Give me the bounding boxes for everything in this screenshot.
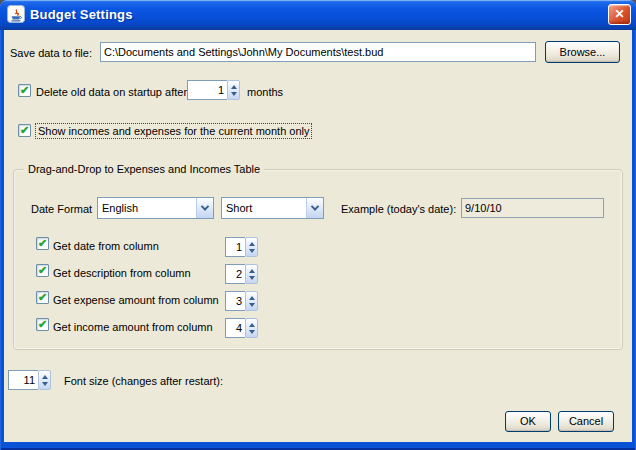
description-column-value[interactable]: 2 [225, 264, 245, 284]
spinner-up-icon[interactable] [42, 375, 48, 379]
check-icon: ✔ [38, 319, 47, 330]
title-bar[interactable]: Budget Settings ✕ [0, 0, 636, 30]
ok-button[interactable]: OK [505, 411, 551, 432]
date-length-select[interactable]: Short [221, 197, 324, 219]
cancel-button[interactable]: Cancel [558, 411, 614, 432]
check-icon: ✔ [20, 85, 29, 96]
save-file-field[interactable]: C:\Documents and Settings\John\My Docume… [100, 42, 536, 62]
get-expense-label: Get expense amount from column [53, 293, 219, 307]
date-language-value: English [98, 198, 196, 218]
check-icon: ✔ [38, 292, 47, 303]
date-column-value[interactable]: 1 [225, 237, 245, 257]
spinner-up-icon[interactable] [249, 269, 255, 273]
budget-settings-dialog: Budget Settings ✕ Save data to file: C:\… [0, 0, 636, 450]
get-description-label: Get description from column [53, 266, 191, 280]
spinner-arrows[interactable] [245, 237, 258, 257]
expense-column-spinner[interactable]: 3 [225, 291, 258, 311]
browse-button[interactable]: Browse... [545, 41, 620, 63]
delete-old-data-checkbox[interactable]: ✔ [18, 84, 31, 97]
expense-column-value[interactable]: 3 [225, 291, 245, 311]
description-column-spinner[interactable]: 2 [225, 264, 258, 284]
close-button[interactable]: ✕ [608, 4, 631, 25]
delete-old-data-label: Delete old data on startup after [36, 85, 187, 99]
chevron-down-icon[interactable] [196, 198, 213, 218]
spinner-up-icon[interactable] [249, 242, 255, 246]
spinner-down-icon[interactable] [249, 303, 255, 307]
font-size-value[interactable]: 11 [8, 370, 38, 390]
get-date-label: Get date from column [53, 239, 159, 253]
income-column-value[interactable]: 4 [225, 318, 245, 338]
date-language-select[interactable]: English [97, 197, 214, 219]
groupbox-title: Drag-and-Drop to Expenses and Incomes Ta… [24, 162, 264, 176]
spinner-down-icon[interactable] [249, 276, 255, 280]
dragdrop-groupbox: Drag-and-Drop to Expenses and Incomes Ta… [13, 169, 623, 350]
check-icon: ✔ [38, 238, 47, 249]
example-date-label: Example (today's date): [341, 202, 456, 216]
java-coffee-cup-icon [7, 5, 25, 23]
example-date-field: 9/10/10 [461, 198, 604, 218]
check-icon: ✔ [20, 125, 29, 136]
spinner-up-icon[interactable] [249, 323, 255, 327]
date-format-label: Date Format [31, 202, 92, 216]
spinner-arrows[interactable] [245, 318, 258, 338]
current-month-checkbox[interactable]: ✔ [18, 124, 31, 137]
check-icon: ✔ [38, 265, 47, 276]
spinner-down-icon[interactable] [249, 249, 255, 253]
months-spinner[interactable]: 1 [187, 80, 240, 100]
spinner-up-icon[interactable] [249, 296, 255, 300]
spinner-arrows[interactable] [38, 370, 51, 390]
window-title: Budget Settings [30, 7, 608, 22]
get-expense-checkbox[interactable]: ✔ [36, 291, 49, 304]
font-size-label: Font size (changes after restart): [64, 374, 223, 388]
get-income-checkbox[interactable]: ✔ [36, 318, 49, 331]
months-value[interactable]: 1 [187, 80, 227, 100]
get-description-checkbox[interactable]: ✔ [36, 264, 49, 277]
spinner-down-icon[interactable] [231, 92, 237, 96]
spinner-down-icon[interactable] [42, 382, 48, 386]
save-file-label: Save data to file: [10, 46, 92, 60]
get-income-label: Get income amount from column [53, 320, 213, 334]
spinner-arrows[interactable] [245, 291, 258, 311]
current-month-label[interactable]: Show incomes and expenses for the curren… [35, 123, 312, 139]
chevron-down-icon[interactable] [306, 198, 323, 218]
spinner-down-icon[interactable] [249, 330, 255, 334]
font-size-spinner[interactable]: 11 [8, 370, 51, 390]
months-label: months [247, 85, 283, 99]
get-date-checkbox[interactable]: ✔ [36, 237, 49, 250]
spinner-up-icon[interactable] [231, 85, 237, 89]
dialog-content: Save data to file: C:\Documents and Sett… [4, 30, 632, 442]
income-column-spinner[interactable]: 4 [225, 318, 258, 338]
date-length-value: Short [222, 198, 306, 218]
spinner-arrows[interactable] [227, 80, 240, 100]
spinner-arrows[interactable] [245, 264, 258, 284]
date-column-spinner[interactable]: 1 [225, 237, 258, 257]
